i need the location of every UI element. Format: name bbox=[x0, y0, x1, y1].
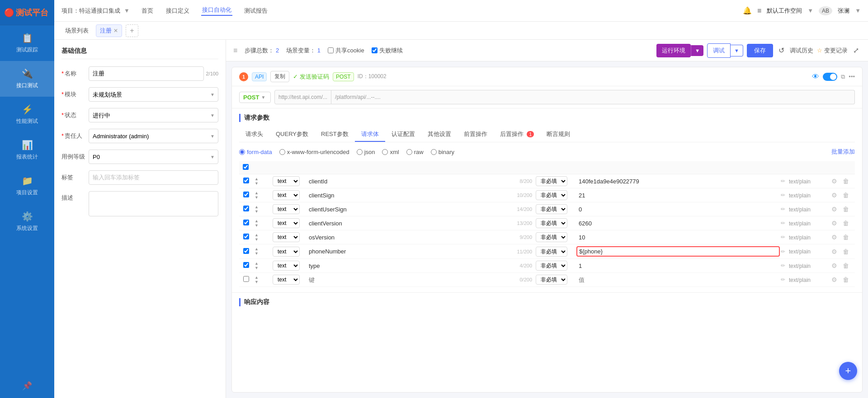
method-select[interactable]: POST ▼ bbox=[239, 92, 271, 103]
tab-request-header[interactable]: 请求头 bbox=[239, 127, 269, 142]
up-arrow-icon[interactable]: ▲ bbox=[255, 191, 269, 195]
notification-bell-icon[interactable]: 🔔 bbox=[743, 6, 752, 15]
row-type-select[interactable]: text bbox=[273, 190, 300, 200]
priority-select[interactable]: P0 bbox=[89, 150, 218, 164]
status-select[interactable]: 进行中 bbox=[89, 108, 218, 122]
row-settings-icon[interactable]: ⚙ bbox=[830, 192, 839, 199]
api-more-icon[interactable]: ••• bbox=[849, 73, 855, 80]
row-checkbox[interactable] bbox=[243, 234, 249, 239]
row-settings-icon[interactable]: ⚙ bbox=[830, 248, 839, 255]
row-required-select[interactable]: 非必填 bbox=[536, 232, 567, 242]
select-all-checkbox[interactable] bbox=[243, 164, 249, 170]
row-value-input[interactable] bbox=[576, 219, 780, 228]
expand-button[interactable]: ⤢ bbox=[851, 44, 861, 56]
tab-auth-config[interactable]: 认证配置 bbox=[385, 127, 421, 142]
tab-pre-operation[interactable]: 前置操作 bbox=[458, 127, 494, 142]
row-settings-icon[interactable]: ⚙ bbox=[830, 178, 839, 185]
save-button[interactable]: 保存 bbox=[747, 44, 773, 57]
up-arrow-icon[interactable]: ▲ bbox=[255, 276, 269, 280]
up-arrow-icon[interactable]: ▲ bbox=[255, 177, 269, 181]
sidebar-item-test-tracking[interactable]: 📋 测试跟踪 bbox=[0, 25, 54, 61]
row-required-select[interactable]: 非必填 bbox=[536, 190, 567, 200]
body-type-json[interactable]: json bbox=[357, 149, 375, 155]
body-type-raw[interactable]: raw bbox=[406, 149, 424, 155]
row-delete-icon[interactable]: 🗑 bbox=[841, 276, 851, 283]
up-arrow-icon[interactable]: ▲ bbox=[255, 219, 269, 223]
row-order-arrows[interactable]: ▲ ▼ bbox=[255, 247, 269, 256]
row-checkbox[interactable] bbox=[243, 178, 249, 183]
row-name-input[interactable] bbox=[309, 248, 515, 255]
tab-assert-rules[interactable]: 断言规则 bbox=[540, 127, 576, 142]
sidebar-item-interface-test[interactable]: 🔌 接口测试 bbox=[0, 61, 54, 97]
nav-interface-auto[interactable]: 接口自动化 bbox=[201, 6, 232, 16]
row-required-select[interactable]: 非必填 bbox=[536, 218, 567, 228]
body-type-xml[interactable]: xml bbox=[382, 149, 399, 155]
row-value-input[interactable] bbox=[576, 246, 780, 257]
row-settings-icon[interactable]: ⚙ bbox=[830, 206, 839, 213]
run-env-dropdown-button[interactable]: ▼ bbox=[691, 45, 703, 56]
menu-icon[interactable]: ≡ bbox=[757, 7, 761, 15]
row-name-input[interactable] bbox=[309, 192, 515, 199]
fail-continue-checkbox[interactable] bbox=[372, 47, 377, 53]
tab-rest-params[interactable]: REST参数 bbox=[315, 127, 355, 142]
edit-icon[interactable]: ✏ bbox=[781, 178, 785, 184]
row-order-arrows[interactable]: ▲ ▼ bbox=[255, 219, 269, 228]
share-cookie-checkbox[interactable] bbox=[328, 47, 334, 53]
row-delete-icon[interactable]: 🗑 bbox=[841, 192, 851, 199]
nav-interface-def[interactable]: 接口定义 bbox=[165, 7, 190, 15]
module-select[interactable]: 未规划场景 bbox=[89, 87, 218, 102]
row-value-input[interactable] bbox=[576, 205, 780, 214]
row-order-arrows[interactable]: ▲ ▼ bbox=[255, 191, 269, 200]
row-value-input[interactable] bbox=[576, 177, 780, 186]
pin-button[interactable]: 📌 bbox=[22, 374, 32, 398]
row-settings-icon[interactable]: ⚙ bbox=[830, 262, 839, 269]
row-value-input[interactable] bbox=[576, 261, 780, 271]
up-arrow-icon[interactable]: ▲ bbox=[255, 233, 269, 237]
row-order-arrows[interactable]: ▲ ▼ bbox=[255, 276, 269, 284]
scene-var-count[interactable]: 1 bbox=[317, 47, 321, 54]
row-settings-icon[interactable]: ⚙ bbox=[830, 234, 839, 241]
down-arrow-icon[interactable]: ▼ bbox=[255, 266, 269, 270]
row-checkbox[interactable] bbox=[243, 220, 249, 225]
url-part1[interactable]: http://test.api.com/... bbox=[274, 90, 331, 104]
nav-test-report[interactable]: 测试报告 bbox=[243, 7, 269, 15]
row-type-select[interactable]: text bbox=[273, 261, 300, 271]
user-dropdown-icon[interactable]: ▼ bbox=[855, 7, 861, 14]
down-arrow-icon[interactable]: ▼ bbox=[255, 210, 269, 214]
row-checkbox[interactable] bbox=[243, 248, 249, 254]
up-arrow-icon[interactable]: ▲ bbox=[255, 262, 269, 266]
sidebar-item-report-stats[interactable]: 📊 报表统计 bbox=[0, 132, 54, 168]
edit-icon[interactable]: ✏ bbox=[781, 276, 785, 283]
tab-add-button[interactable]: + bbox=[126, 24, 138, 37]
row-required-select[interactable]: 非必填 bbox=[536, 261, 567, 271]
row-name-input[interactable] bbox=[309, 234, 518, 241]
down-arrow-icon[interactable]: ▼ bbox=[255, 196, 269, 200]
edit-icon[interactable]: ✏ bbox=[781, 234, 785, 240]
tab-request-body[interactable]: 请求体 bbox=[355, 127, 385, 142]
eye-icon[interactable]: 👁 bbox=[812, 73, 819, 81]
row-checkbox[interactable] bbox=[243, 192, 249, 197]
workspace-dropdown-icon[interactable]: ▼ bbox=[807, 7, 813, 14]
row-type-select[interactable]: text bbox=[273, 204, 300, 214]
row-required-select[interactable]: 非必填 bbox=[536, 176, 567, 186]
row-delete-icon[interactable]: 🗑 bbox=[841, 262, 851, 269]
row-settings-icon[interactable]: ⚙ bbox=[830, 276, 839, 283]
tab-query-params[interactable]: QUERY参数 bbox=[269, 127, 315, 142]
row-delete-icon[interactable]: 🗑 bbox=[841, 234, 851, 241]
copy-button[interactable]: 复制 bbox=[270, 71, 289, 82]
down-arrow-icon[interactable]: ▼ bbox=[255, 224, 269, 228]
row-value-input[interactable] bbox=[576, 191, 780, 200]
change-log-link[interactable]: ☆ 变更记录 bbox=[817, 47, 848, 55]
row-type-select[interactable]: text bbox=[273, 232, 300, 242]
url-part2[interactable]: /platform/api/...--.... bbox=[331, 90, 855, 104]
assignee-select[interactable]: Administrator (admin) bbox=[89, 129, 218, 143]
row-type-select[interactable]: text bbox=[273, 275, 300, 285]
api-copy-icon[interactable]: ⧉ bbox=[841, 73, 845, 80]
debug-dropdown-button[interactable]: ▼ bbox=[731, 45, 743, 56]
row-delete-icon[interactable]: 🗑 bbox=[841, 206, 851, 213]
project-dropdown-icon[interactable]: ▼ bbox=[124, 7, 130, 14]
down-arrow-icon[interactable]: ▼ bbox=[255, 238, 269, 242]
api-toggle[interactable] bbox=[823, 73, 837, 81]
row-delete-icon[interactable]: 🗑 bbox=[841, 220, 851, 227]
down-arrow-icon[interactable]: ▼ bbox=[255, 280, 269, 284]
